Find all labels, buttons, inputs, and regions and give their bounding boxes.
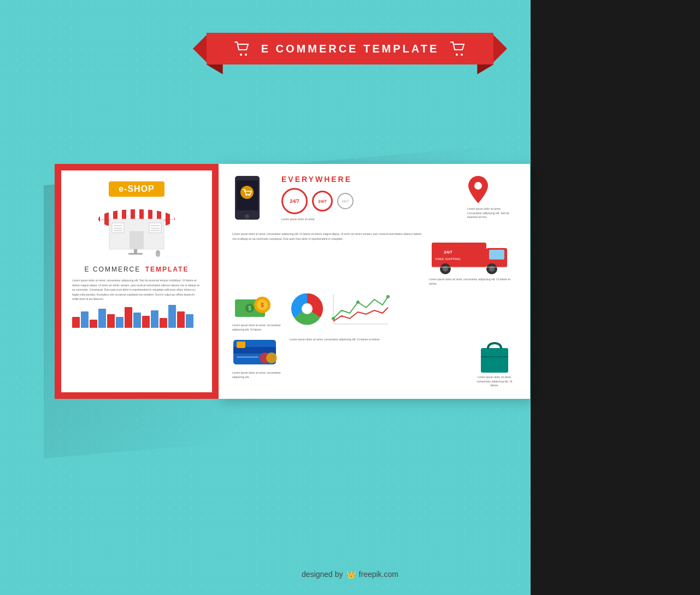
bar xyxy=(168,305,176,328)
bag-section: Lorem ipsum dolor sit amet, consectetur … xyxy=(473,337,516,388)
bar xyxy=(98,309,106,328)
svg-rect-57 xyxy=(481,348,508,373)
bottom-body-text: Lorem ipsum dolor sit amet, consectetur … xyxy=(290,337,464,342)
svg-point-23 xyxy=(240,186,254,199)
small-caption: Lorem ipsum dolor sit amet. xyxy=(281,217,462,221)
svg-rect-53 xyxy=(237,341,245,348)
svg-point-26 xyxy=(245,214,249,219)
truck-svg: 24/7 FREE SHIPPING xyxy=(429,232,511,275)
svg-rect-17 xyxy=(134,249,137,254)
phone-svg xyxy=(232,175,262,224)
svg-point-25 xyxy=(249,195,250,196)
bar xyxy=(107,314,115,328)
bar xyxy=(142,316,150,328)
shop-sign: e-SHOP xyxy=(109,181,164,197)
shop-illustration: e-SHOP xyxy=(72,181,201,258)
money-section: $ $ Lorem ipsum dolor sit amet, consecte… xyxy=(232,291,281,332)
bar xyxy=(116,317,123,328)
shop-svg xyxy=(96,198,178,258)
location-text: Lorem ipsum dolor sit amet. Consectetur … xyxy=(467,207,516,220)
svg-text:24/7: 24/7 xyxy=(444,250,452,255)
phone-section xyxy=(232,175,276,226)
banner-container: E COMMERCE TEMPLATE xyxy=(192,33,509,64)
svg-rect-28 xyxy=(432,243,486,267)
middle-row: $ $ Lorem ipsum dolor sit amet, consecte… xyxy=(232,291,516,332)
svg-point-55 xyxy=(266,352,277,363)
svg-point-2 xyxy=(456,54,458,56)
svg-rect-18 xyxy=(128,253,143,255)
everywhere-section: EVERYWHERE 24/7 24/7 24/7 Lorem ipsum do… xyxy=(281,175,462,226)
everywhere-title: EVERYWHERE xyxy=(281,175,462,184)
left-title-normal: E COMMERCE xyxy=(85,266,141,273)
svg-point-48 xyxy=(332,317,335,320)
money-svg: $ $ xyxy=(232,291,273,321)
truck-area: 24/7 FREE SHIPPING Lorem ipsum dolor sit… xyxy=(429,232,516,286)
right-page: EVERYWHERE 24/7 24/7 24/7 Lorem ipsum do… xyxy=(219,164,530,399)
svg-rect-10 xyxy=(149,223,161,233)
svg-text:$: $ xyxy=(248,305,251,311)
card-section: Lorem ipsum dolor sit amet, consectetur … xyxy=(232,337,281,379)
svg-rect-56 xyxy=(237,356,258,358)
banner-title: E COMMERCE TEMPLATE xyxy=(261,43,439,55)
charts-section xyxy=(290,291,516,332)
location-section: Lorem ipsum dolor sit amet. Consectetur … xyxy=(467,175,516,226)
truck-section: Lorem ipsum dolor sit amet, consectetur … xyxy=(232,232,516,286)
bar xyxy=(151,310,158,328)
bar xyxy=(72,317,80,328)
svg-point-27 xyxy=(474,182,482,190)
truck-text: Lorem ipsum dolor sit amet, consectetur … xyxy=(429,278,516,286)
svg-point-24 xyxy=(246,195,247,196)
bar xyxy=(81,311,89,328)
top-section: EVERYWHERE 24/7 24/7 24/7 Lorem ipsum do… xyxy=(232,175,516,226)
footer: designed by 👑 freepik.com xyxy=(302,570,398,579)
svg-text:$: $ xyxy=(261,302,264,308)
svg-rect-30 xyxy=(489,250,504,260)
left-page: e-SHOP xyxy=(55,164,219,399)
left-body-text: Lorem ipsum dolor sit amet, consectetur … xyxy=(72,278,201,302)
cart-icon-left xyxy=(234,41,250,56)
brochure: e-SHOP xyxy=(55,164,530,399)
bar xyxy=(160,318,167,328)
svg-text:FREE SHIPPING: FREE SHIPPING xyxy=(436,257,461,261)
circle-247-medium: 24/7 xyxy=(312,191,333,211)
body-text-main: Lorem ipsum dolor sit amet, consectetur … xyxy=(232,232,423,286)
bar-chart xyxy=(72,306,201,328)
footer-designed-by: designed by xyxy=(302,570,343,579)
bag-text: Lorem ipsum dolor sit amet, consectetur … xyxy=(473,375,516,388)
svg-point-49 xyxy=(356,301,360,304)
pie-chart-svg xyxy=(290,291,325,327)
circle-247-small: 24/7 xyxy=(337,193,354,209)
money-text: Lorem ipsum dolor sit amet, consectetur … xyxy=(232,323,281,332)
dark-side-panel xyxy=(531,0,700,595)
credit-card-svg xyxy=(232,337,279,367)
bottom-text: Lorem ipsum dolor sit amet, consectetur … xyxy=(290,337,464,342)
svg-rect-9 xyxy=(112,223,124,233)
svg-point-45 xyxy=(302,303,313,314)
location-pin-svg xyxy=(467,175,489,205)
bottom-row: Lorem ipsum dolor sit amet, consectetur … xyxy=(232,337,516,388)
line-chart-svg xyxy=(331,291,391,327)
circle-247-large: 24/7 xyxy=(281,188,308,214)
cart-icon-right xyxy=(450,41,466,56)
svg-point-1 xyxy=(245,54,247,56)
bar xyxy=(90,320,97,328)
footer-crown-icon: 👑 xyxy=(346,570,356,579)
svg-rect-8 xyxy=(130,231,144,249)
shopping-bag-svg xyxy=(478,337,511,375)
svg-point-50 xyxy=(386,295,390,298)
left-title: E COMMERCE TEMPLATE xyxy=(72,264,201,274)
body-text-medium: Lorem ipsum dolor sit amet, consectetur … xyxy=(232,232,423,241)
bar xyxy=(186,314,193,328)
footer-domain: freepik.com xyxy=(359,570,398,579)
bar xyxy=(125,307,132,328)
card-text: Lorem ipsum dolor sit amet, consectetur … xyxy=(232,371,281,379)
svg-point-0 xyxy=(240,54,242,56)
bar xyxy=(177,311,185,328)
bar xyxy=(133,313,141,328)
svg-point-3 xyxy=(461,54,463,56)
left-title-red: TEMPLATE xyxy=(145,266,189,273)
